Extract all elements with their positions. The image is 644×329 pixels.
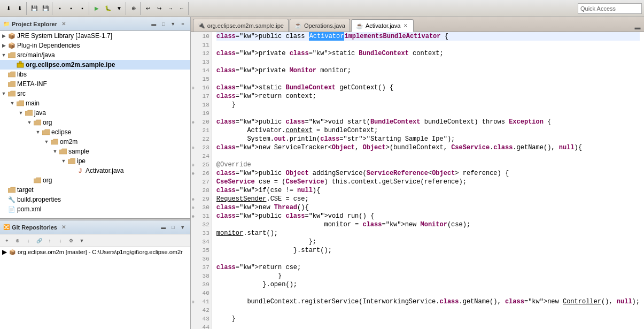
collapse-project-explorer-btn[interactable]: ▼ — [169, 20, 177, 28]
tree-item-org[interactable]: ▼org — [0, 118, 190, 127]
fold-indicator-23[interactable]: ⊖ — [192, 146, 195, 150]
git-repo-item[interactable]: ▶ 📦 org.eclipse.om2m [master] - C:\Users… — [0, 247, 190, 257]
toolbar-btn-4[interactable]: ▪ — [66, 3, 76, 14]
tree-item-om2m[interactable]: ▼om2m — [0, 137, 190, 147]
tree-item-pom[interactable]: 📄pom.xml — [0, 204, 190, 214]
tree-item-plugin[interactable]: ▶📦Plug-in Dependencies — [0, 41, 190, 50]
editor-minimize-btn[interactable]: ▬ — [633, 23, 642, 32]
save-btn[interactable]: 💾 — [29, 3, 40, 14]
fold-indicator-29[interactable]: ⊖ — [192, 197, 195, 202]
view-menu-btn[interactable]: ≡ — [179, 20, 187, 28]
code-line-19 — [216, 109, 640, 118]
tree-item-target[interactable]: target — [0, 185, 190, 195]
git-pull-btn[interactable]: ↓ — [56, 236, 65, 246]
git-push-btn[interactable]: ↑ — [45, 236, 55, 246]
tree-item-pkg[interactable]: org.eclipse.om2m.sample.ipe — [0, 60, 190, 70]
toolbar-btn-7[interactable]: ↩ — [143, 3, 153, 14]
tree-item-src-main-java[interactable]: ▼src/main/java — [0, 50, 190, 60]
fold-indicator-41[interactable]: ⊖ — [192, 300, 195, 304]
save-all-btn[interactable]: 💾 — [40, 3, 51, 14]
fold-indicator-16[interactable]: ⊖ — [192, 86, 195, 90]
project-tree[interactable]: ▶📦JRE System Library [JavaSE-1.7]▶📦Plug-… — [0, 31, 190, 218]
code-content[interactable]: class="kw">public class Activator implem… — [212, 32, 644, 329]
tree-item-activator[interactable]: JActivator.java — [0, 166, 190, 175]
git-filter-btn[interactable]: ▼ — [77, 236, 87, 246]
tree-item-build-props[interactable]: 🔧build.properties — [0, 195, 190, 204]
line-num-13: 13 — [191, 58, 212, 66]
git-link-btn[interactable]: 🔗 — [34, 236, 44, 246]
fold-indicator-31[interactable]: ⊖ — [192, 214, 195, 219]
maximize-git-btn[interactable]: □ — [169, 223, 177, 232]
git-add-btn[interactable]: + — [2, 236, 12, 246]
activator-tab-close[interactable]: ✕ — [402, 22, 409, 29]
git-icon: 🔀 — [3, 224, 10, 230]
toolbar-btn-5[interactable]: ▪ — [77, 3, 88, 14]
toolbar-btn-8[interactable]: ↪ — [154, 3, 165, 14]
code-editor: 101112131415⊖16171819⊖202122⊖2324⊖25⊖262… — [191, 32, 644, 329]
editor-tab-bar: 🔌 org.eclipse.om2m.sample.ipe ☕ Operatio… — [191, 17, 644, 32]
fold-indicator-30[interactable]: ⊖ — [192, 205, 195, 210]
tree-item-eclipse[interactable]: ▼eclipse — [0, 127, 190, 137]
debug-btn[interactable]: 🐛 — [103, 3, 113, 14]
tree-item-ipe[interactable]: ▼ipe — [0, 156, 190, 166]
tree-item-meta-inf[interactable]: META-INF — [0, 79, 190, 89]
tree-item-org2[interactable]: org — [0, 175, 190, 185]
run-config-btn[interactable]: ▼ — [114, 3, 125, 14]
git-fetch-btn[interactable]: ↓ — [24, 236, 33, 246]
activator-tab-label: Activator.java — [366, 22, 400, 29]
code-line-16: class="kw">static BundleContext getConte… — [216, 83, 640, 92]
toolbar-group-6: ↩ ↪ → ← — [142, 2, 189, 15]
editor-panel: 🔌 org.eclipse.om2m.sample.ipe ☕ Operatio… — [191, 17, 644, 329]
tab-activator[interactable]: ☕ Activator.java ✕ — [351, 19, 414, 32]
quick-access-input[interactable]: Quick Access — [578, 3, 642, 14]
tree-item-src[interactable]: ▼src — [0, 89, 190, 98]
code-line-29: RequestSender.CSE = cse; — [216, 195, 640, 203]
code-line-11 — [216, 41, 640, 49]
tree-item-jre[interactable]: ▶📦JRE System Library [JavaSE-1.7] — [0, 31, 190, 41]
line-num-44: 44 — [191, 323, 212, 329]
tab-ipe[interactable]: 🔌 org.eclipse.om2m.sample.ipe — [193, 19, 289, 32]
fold-indicator-25[interactable]: ⊖ — [192, 163, 195, 167]
git-panel-actions: ▬ □ ▼ — [159, 223, 187, 232]
tree-label-src-main-java: src/main/java — [16, 51, 55, 59]
tree-arrow-libs — [0, 71, 7, 78]
minimize-project-explorer-btn[interactable]: ▬ — [150, 20, 158, 28]
maximize-project-explorer-btn[interactable]: □ — [159, 20, 168, 28]
activator-tab-icon: ☕ — [356, 22, 363, 29]
operations-tab-icon: ☕ — [294, 22, 302, 29]
git-tree[interactable]: ▶ 📦 org.eclipse.om2m [master] - C:\Users… — [0, 247, 190, 329]
git-clone-btn[interactable]: ⊕ — [13, 236, 22, 246]
toolbar-btn-6[interactable]: ⊕ — [128, 3, 139, 14]
run-btn[interactable]: ▶ — [91, 3, 102, 14]
tree-arrow-src: ▼ — [0, 90, 7, 97]
line-num-35: 35 — [191, 246, 212, 255]
line-num-17: 17 — [191, 92, 212, 101]
tree-arrow-org2 — [26, 177, 33, 184]
line-num-27: 27 — [191, 178, 212, 186]
tree-item-main[interactable]: ▼main — [0, 98, 190, 108]
toolbar-btn-3[interactable]: ▪ — [55, 3, 65, 14]
git-view-menu-btn[interactable]: ▼ — [179, 223, 187, 232]
tree-icon-build-props: 🔧 — [7, 195, 16, 204]
toolbar-btn-10[interactable]: ← — [176, 3, 187, 14]
line-num-38: 38 — [191, 272, 212, 280]
toolbar-btn-1[interactable]: ⬇ — [3, 3, 14, 14]
git-panel-title: Git Repositories — [12, 224, 57, 231]
toolbar-btn-2[interactable]: ⬇ — [14, 3, 25, 14]
fold-indicator-26[interactable]: ⊖ — [192, 171, 195, 176]
fold-indicator-20[interactable]: ⊖ — [192, 120, 195, 125]
tree-icon-activator: J — [76, 166, 84, 175]
tree-icon-eclipse — [42, 128, 50, 136]
line-num-12: 12 — [191, 49, 212, 58]
project-explorer-title-area: 📁 Project Explorer ✕ — [3, 21, 66, 27]
tab-operations[interactable]: ☕ Operations.java — [290, 19, 350, 32]
tree-item-libs[interactable]: libs — [0, 70, 190, 79]
minimize-git-btn[interactable]: ▬ — [159, 223, 168, 232]
git-config-btn[interactable]: ⚙ — [66, 236, 76, 246]
code-line-10: class="kw">public class Activator implem… — [216, 32, 640, 41]
line-num-33: 33 — [191, 229, 212, 238]
tree-arrow-pom — [0, 205, 7, 213]
tree-item-sample[interactable]: ▼sample — [0, 147, 190, 156]
tree-item-java[interactable]: ▼java — [0, 108, 190, 118]
toolbar-btn-9[interactable]: → — [165, 3, 176, 14]
